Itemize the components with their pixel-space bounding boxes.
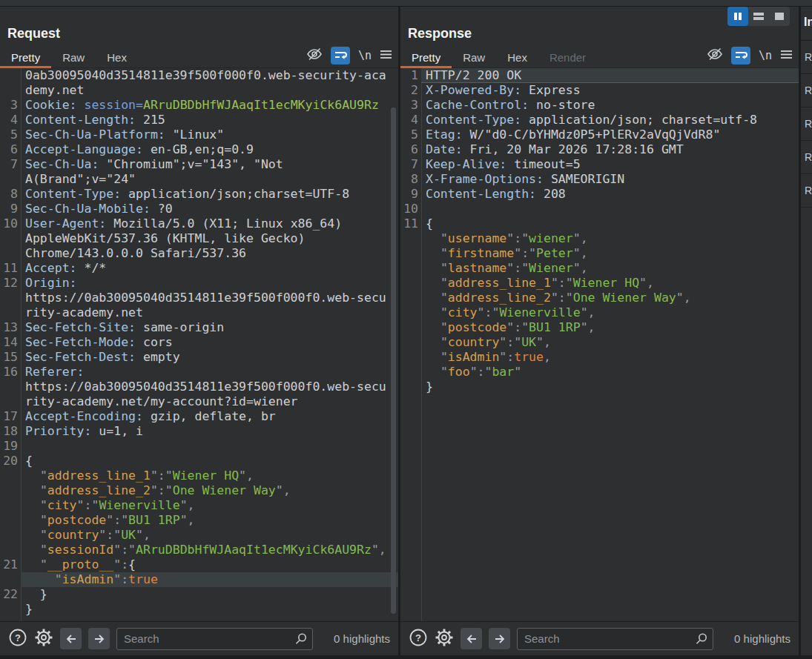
code-line[interactable]: 7Sec-Ch-Ua: "Chromium";v="143", "Not (0, 157, 398, 172)
hide-nonprintable-icon[interactable] (306, 47, 323, 64)
inspector-strip[interactable]: In RRRRR (801, 7, 812, 655)
code-line[interactable]: 9Content-Length: 208 (400, 187, 799, 202)
code-line[interactable]: 18Priority: u=1, i (0, 424, 398, 439)
inspector-section[interactable]: R (801, 74, 812, 107)
code-line[interactable]: 10 (400, 202, 799, 216)
code-line[interactable]: "username":"wiener", (400, 231, 799, 246)
word-wrap-toggle-button[interactable] (331, 47, 350, 64)
code-line[interactable]: "city":"Wienerville", (400, 305, 799, 320)
code-line[interactable]: 13Sec-Fetch-Site: same-origin (0, 320, 398, 335)
request-scrollbar[interactable] (391, 107, 396, 614)
code-line[interactable]: 4Content-Type: application/json; charset… (400, 113, 799, 128)
code-line[interactable]: 11{ (400, 216, 799, 231)
code-line[interactable]: 9Sec-Ch-Ua-Mobile: ?0 (0, 202, 398, 216)
code-line[interactable]: "city":"Wienerville", (0, 498, 398, 513)
code-line[interactable]: AppleWebKit/537.36 (KHTML, like Gecko) (0, 231, 398, 246)
code-line[interactable]: A(Brand";v="24" (0, 172, 398, 187)
search-previous-button[interactable] (461, 628, 482, 649)
hide-nonprintable-icon[interactable] (707, 47, 723, 64)
help-icon[interactable]: ? (409, 628, 428, 650)
code-line[interactable]: } (0, 602, 398, 617)
request-tab-hex[interactable]: Hex (96, 47, 138, 67)
request-search-input[interactable] (117, 632, 312, 645)
line-number (0, 394, 18, 409)
code-line[interactable]: 1HTTP/2 200 OK (400, 68, 799, 83)
code-line[interactable]: "foo":"bar" (400, 365, 799, 380)
code-line[interactable]: 6Date: Fri, 20 Mar 2026 17:28:16 GMT (400, 142, 799, 157)
code-line[interactable]: "address_line_1":"Wiener HQ", (400, 276, 799, 291)
code-line[interactable]: "isAdmin":true, (400, 350, 799, 365)
search-settings-gear-icon[interactable] (435, 628, 454, 650)
editor-menu-icon[interactable] (380, 49, 392, 62)
inspector-section[interactable]: R (801, 174, 812, 208)
code-line[interactable]: } (400, 380, 799, 394)
search-previous-button[interactable] (60, 628, 82, 649)
code-line[interactable]: demy.net (0, 83, 398, 98)
code-line[interactable]: "postcode":"BU1 1RP", (400, 320, 799, 335)
code-line[interactable]: 0ab30095040d3514811e39f500f000f0.web-sec… (0, 68, 398, 83)
code-line[interactable]: 14Sec-Fetch-Mode: cors (0, 335, 398, 350)
search-settings-gear-icon[interactable] (34, 628, 53, 650)
line-number: 13 (0, 320, 18, 335)
code-line[interactable]: 3Cookie: session=ARruDBDbHfWJAaqIt1ecMKy… (0, 98, 398, 113)
code-line[interactable]: 22 } (0, 587, 398, 602)
code-line[interactable]: "country":"UK", (400, 335, 799, 350)
code-line[interactable]: 8Content-Type: application/json;charset=… (0, 187, 398, 202)
code-line[interactable]: https://0ab30095040d3514811e39f500f000f0… (0, 380, 398, 394)
request-tab-raw[interactable]: Raw (51, 47, 96, 67)
code-line[interactable]: rity-academy.net/my-account?id=wiener (0, 394, 398, 409)
code-line[interactable]: https://0ab30095040d3514811e39f500f000f0… (0, 291, 398, 305)
response-tab-hex[interactable]: Hex (496, 47, 538, 67)
request-editor[interactable]: 0ab30095040d3514811e39f500f000f0.web-sec… (0, 68, 398, 617)
response-tab-raw[interactable]: Raw (452, 47, 496, 67)
code-line[interactable]: 19 (0, 439, 398, 454)
search-next-button[interactable] (88, 628, 110, 649)
editor-menu-icon[interactable] (780, 49, 793, 62)
code-line[interactable]: "isAdmin":true (0, 572, 398, 587)
code-line[interactable]: 12Origin: (0, 276, 398, 291)
code-line[interactable]: "postcode":"BU1 1RP", (0, 513, 398, 528)
help-icon[interactable]: ? (8, 628, 27, 650)
code-line[interactable]: 7Keep-Alive: timeout=5 (400, 157, 799, 172)
split-rows-view-button[interactable] (748, 7, 769, 26)
code-line[interactable]: 15Sec-Fetch-Dest: empty (0, 350, 398, 365)
code-line[interactable]: rity-academy.net (0, 305, 398, 320)
response-tab-pretty[interactable]: Pretty (400, 47, 452, 67)
code-line[interactable]: "address_line_1":"Wiener HQ", (0, 468, 398, 483)
code-line[interactable]: 16Referer: (0, 365, 398, 380)
inspector-section[interactable]: R (801, 107, 812, 141)
code-line[interactable]: 11Accept: */* (0, 261, 398, 276)
code-line[interactable]: "firstname":"Peter", (400, 246, 799, 261)
code-line[interactable]: 6Accept-Language: en-GB,en;q=0.9 (0, 142, 398, 157)
code-line[interactable]: 8X-Frame-Options: SAMEORIGIN (400, 172, 799, 187)
code-line[interactable]: "sessionId":"ARruDBDbHfWJAaqIt1ecMKyiCk6… (0, 543, 398, 557)
code-line[interactable]: Chrome/143.0.0.0 Safari/537.36 (0, 246, 398, 261)
code-line[interactable]: 4Content-Length: 215 (0, 113, 398, 128)
code-line[interactable]: 2X-Powered-By: Express (400, 83, 799, 98)
newline-markers-toggle[interactable]: \n (358, 49, 372, 62)
newline-markers-toggle[interactable]: \n (759, 49, 772, 62)
code-line[interactable]: "lastname":"Wiener", (400, 261, 799, 276)
request-tab-pretty[interactable]: Pretty (0, 47, 51, 67)
bottom-strip (0, 655, 812, 659)
code-line[interactable]: 5Etag: W/"d0-C/bYHMdz0P5+PlERv2aVqQjVdR8… (400, 128, 799, 142)
code-line[interactable]: "address_line_2":"One Wiener Way", (0, 483, 398, 498)
code-line[interactable]: 20{ (0, 454, 398, 468)
search-next-button[interactable] (489, 628, 510, 649)
inspector-section[interactable]: R (801, 141, 812, 174)
code-line[interactable]: "address_line_2":"One Wiener Way", (400, 291, 799, 305)
single-view-button[interactable] (769, 7, 790, 26)
code-line[interactable]: 5Sec-Ch-Ua-Platform: "Linux" (0, 128, 398, 142)
svg-text:?: ? (415, 632, 421, 643)
split-columns-view-button[interactable] (727, 7, 748, 26)
response-search-input[interactable] (518, 632, 713, 645)
code-line[interactable]: 3Cache-Control: no-store (400, 98, 799, 113)
code-line[interactable]: "country":"UK", (0, 528, 398, 543)
inspector-section[interactable]: R (801, 41, 812, 74)
code-line[interactable]: 10User-Agent: Mozilla/5.0 (X11; Linux x8… (0, 216, 398, 231)
code-line[interactable]: 17Accept-Encoding: gzip, deflate, br (0, 409, 398, 424)
word-wrap-toggle-button[interactable] (731, 47, 750, 64)
code-line[interactable]: 21 "__proto__":{ (0, 557, 398, 572)
line-number: 2 (400, 83, 418, 98)
response-editor[interactable]: 1HTTP/2 200 OK2X-Powered-By: Express3Cac… (400, 68, 799, 394)
